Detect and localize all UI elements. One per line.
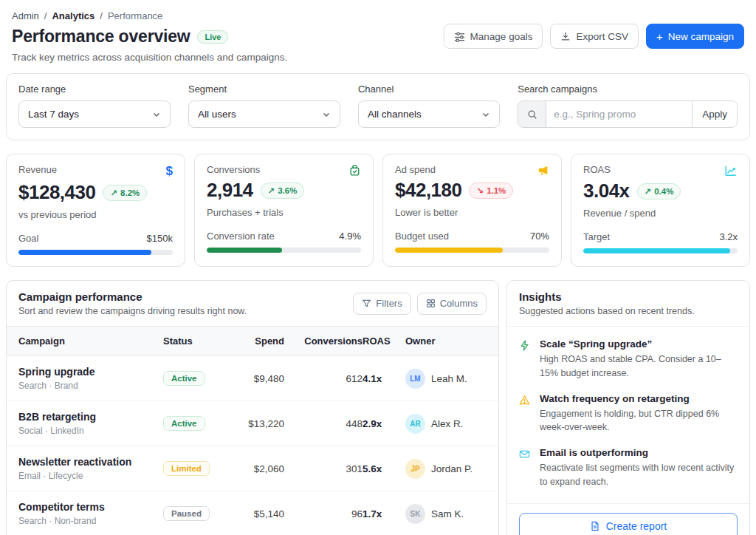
spend-cell: $2,060 xyxy=(228,454,284,484)
insight-desc: Reactivate list segments with low recent… xyxy=(540,461,738,489)
kpi-footer-value: $150k xyxy=(147,233,173,244)
arrow-up-right-icon: ↗ xyxy=(645,186,652,197)
export-csv-button[interactable]: Export CSV xyxy=(550,24,639,49)
column-header-roas[interactable]: ROAS xyxy=(362,327,405,355)
export-csv-label: Export CSV xyxy=(576,31,628,42)
status-badge: Limited xyxy=(163,461,210,476)
insight-desc: Engagement is holding, but CTR dipped 6%… xyxy=(540,407,738,435)
roas-cell: 4.1x xyxy=(362,364,405,394)
mail-icon xyxy=(519,449,530,489)
create-report-label: Create report xyxy=(606,520,667,532)
campaign-name: Spring upgrade xyxy=(18,366,163,378)
kpi-note: Lower is better xyxy=(395,207,549,218)
search-label: Search campaigns xyxy=(518,84,738,95)
date-range-select[interactable]: Last 7 days xyxy=(18,100,171,128)
campaign-table-card: Campaign performance Sort and review the… xyxy=(6,280,499,535)
megaphone-icon xyxy=(537,164,549,177)
delta-value: 3.6% xyxy=(278,186,297,195)
campaign-name: Competitor terms xyxy=(18,501,163,513)
grid-icon xyxy=(426,299,436,308)
status-badge: Paused xyxy=(163,506,210,521)
progress-track xyxy=(207,248,361,253)
conversions-cell: 448 xyxy=(284,409,362,439)
kpi-value: 2,914 xyxy=(207,179,253,202)
table-row[interactable]: Spring upgrade Search · Brand Active $9,… xyxy=(7,356,498,401)
delta-badge: ↗ 0.4% xyxy=(637,183,681,200)
funnel-icon xyxy=(362,299,371,308)
search-group: Apply xyxy=(518,100,738,128)
filter-bar: Date range Last 7 days Segment All users… xyxy=(6,73,750,140)
avatar: JP xyxy=(405,459,425,479)
arrow-down-right-icon: ↘ xyxy=(476,185,484,196)
kpi-footer-label: Goal xyxy=(18,233,38,244)
table-row[interactable]: Competitor terms Search · Non-brand Paus… xyxy=(7,491,498,535)
arrow-up-right-icon: ↗ xyxy=(110,188,117,198)
kpi-cards: Revenue $ $128,430 ↗ 8.2% vs previous pe… xyxy=(6,154,750,267)
column-header-campaign[interactable]: Campaign xyxy=(18,327,163,355)
date-range-value: Last 7 days xyxy=(28,109,79,120)
campaign-name: B2B retargeting xyxy=(18,411,163,423)
breadcrumb-separator: / xyxy=(44,10,47,21)
conversions-cell: 96 xyxy=(284,499,362,529)
segment-select[interactable]: All users xyxy=(188,100,340,128)
chevron-down-icon xyxy=(481,110,490,119)
column-header-status[interactable]: Status xyxy=(163,327,228,355)
delta-value: 0.4% xyxy=(654,187,673,196)
new-campaign-button[interactable]: + New campaign xyxy=(646,24,744,49)
channel-select[interactable]: All channels xyxy=(358,100,500,128)
filters-button[interactable]: Filters xyxy=(353,293,410,315)
status-badge: Active xyxy=(163,371,205,386)
search-input[interactable] xyxy=(546,101,692,127)
kpi-card-ad-spend: Ad spend $42,180 ↘ 1.1% Lower is better … xyxy=(382,154,562,267)
create-report-button[interactable]: Create report xyxy=(519,513,738,535)
chevron-down-icon xyxy=(152,110,161,119)
breadcrumb-admin[interactable]: Admin xyxy=(12,10,39,21)
campaign-meta: Search · Brand xyxy=(18,381,163,391)
progress-fill xyxy=(18,250,151,255)
channel-label: Channel xyxy=(358,84,500,95)
status-badge: Active xyxy=(163,416,205,431)
insight-desc: High ROAS and stable CPA. Consider a 10–… xyxy=(540,352,738,381)
table-header-row: Campaign Status Spend Conversions ROAS O… xyxy=(7,326,498,356)
breadcrumb-analytics[interactable]: Analytics xyxy=(52,10,94,21)
segment-field: Segment All users xyxy=(188,84,340,128)
breadcrumb-performance: Performance xyxy=(108,10,162,21)
owner-name: Leah M. xyxy=(431,373,467,384)
table-row[interactable]: B2B retargeting Social · LinkedIn Active… xyxy=(7,401,498,446)
header-actions: Manage goals Export CSV + New campaign xyxy=(444,24,744,49)
conversions-cell: 612 xyxy=(284,364,362,394)
column-header-owner[interactable]: Owner xyxy=(405,327,487,355)
campaign-meta: Social · LinkedIn xyxy=(18,426,163,436)
segment-label: Segment xyxy=(188,84,340,95)
manage-goals-button[interactable]: Manage goals xyxy=(444,24,543,49)
delta-value: 8.2% xyxy=(120,188,140,197)
table-row[interactable]: Newsletter reactivation Email · Lifecycl… xyxy=(7,446,498,491)
column-header-conversions[interactable]: Conversions xyxy=(284,327,362,355)
owner-name: Alex R. xyxy=(431,418,464,429)
roas-cell: 2.9x xyxy=(362,409,405,439)
roas-cell: 5.6x xyxy=(362,454,405,484)
segment-value: All users xyxy=(198,109,236,120)
insight-title: Email is outperforming xyxy=(540,447,738,458)
progress-fill xyxy=(207,248,282,253)
spend-cell: $5,140 xyxy=(228,499,284,529)
kpi-card-conversions: Conversions 2,914 ↗ 3.6% Purchases + tri… xyxy=(194,154,374,267)
columns-button[interactable]: Columns xyxy=(417,293,487,315)
new-campaign-label: New campaign xyxy=(668,31,734,42)
conversions-cell: 301 xyxy=(284,454,362,484)
kpi-label: Ad spend xyxy=(395,164,436,175)
apply-button[interactable]: Apply xyxy=(692,101,737,127)
column-header-spend[interactable]: Spend xyxy=(228,327,284,355)
kpi-card-roas: ROAS 3.04x ↗ 0.4% Revenue / spend Target… xyxy=(571,154,750,267)
delta-badge: ↘ 1.1% xyxy=(469,183,513,199)
search-field: Search campaigns Apply xyxy=(518,84,738,128)
insight-item: Watch frequency on retargeting Engagemen… xyxy=(519,393,738,435)
insight-title: Scale “Spring upgrade” xyxy=(540,338,738,350)
campaign-meta: Email · Lifecycle xyxy=(18,471,163,481)
channel-field: Channel All channels xyxy=(358,84,500,128)
table-title: Campaign performance xyxy=(18,290,247,303)
avatar: AR xyxy=(405,414,425,434)
spend-cell: $9,480 xyxy=(228,364,284,394)
kpi-value: $42,180 xyxy=(395,179,461,202)
delta-badge: ↗ 8.2% xyxy=(103,185,147,201)
